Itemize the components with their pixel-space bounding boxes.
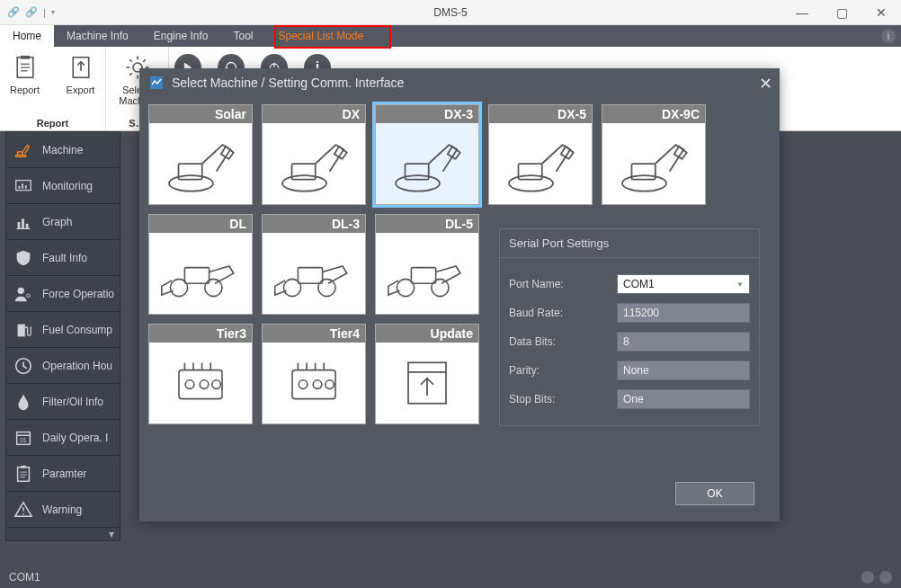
machine-tiles-row1: Solar DX DX-3 DX-5 DX-9C bbox=[148, 104, 771, 205]
tile-dl-5[interactable]: DL-5 bbox=[375, 214, 479, 315]
tile-dx-3[interactable]: DX-3 bbox=[375, 104, 479, 205]
excavator-icon bbox=[263, 123, 365, 204]
settings-title: Serial Port Settings bbox=[500, 229, 759, 258]
svg-rect-55 bbox=[298, 268, 322, 284]
tile-tier3[interactable]: Tier3 bbox=[148, 324, 253, 424]
tile-update[interactable]: Update bbox=[375, 324, 479, 424]
tile-label: DX-3 bbox=[376, 105, 478, 123]
tile-label: DX bbox=[263, 105, 365, 123]
svg-point-40 bbox=[169, 175, 213, 192]
tile-label: DL-5 bbox=[376, 215, 478, 233]
port-name-select[interactable]: COM1 ▼ bbox=[617, 274, 750, 294]
parity-value: None bbox=[623, 364, 649, 377]
wheel-loader-icon bbox=[263, 233, 365, 314]
tile-label: DX-9C bbox=[602, 105, 705, 123]
tile-label: DL bbox=[149, 215, 252, 233]
modal-overlay: Select Machine / Setting Comm. Interface… bbox=[0, 0, 901, 588]
svg-point-44 bbox=[396, 175, 440, 192]
tile-dx-5[interactable]: DX-5 bbox=[488, 104, 593, 205]
stop-bits-value: One bbox=[623, 393, 644, 405]
baud-rate-value: 115200 bbox=[623, 307, 659, 319]
chevron-down-icon: ▼ bbox=[736, 281, 744, 289]
svg-rect-45 bbox=[406, 164, 429, 180]
svg-point-64 bbox=[185, 380, 194, 389]
data-bits-value: 8 bbox=[623, 335, 629, 348]
tile-solar[interactable]: Solar bbox=[148, 104, 253, 205]
tile-tier4[interactable]: Tier4 bbox=[262, 324, 366, 424]
stop-bits-label: Stop Bits: bbox=[509, 393, 617, 405]
excavator-icon bbox=[489, 123, 592, 204]
svg-point-72 bbox=[299, 380, 308, 389]
svg-point-65 bbox=[200, 380, 209, 389]
tile-label: Update bbox=[376, 325, 478, 343]
svg-point-46 bbox=[509, 175, 553, 192]
select-machine-dialog: Select Machine / Setting Comm. Interface… bbox=[139, 68, 780, 521]
excavator-icon bbox=[149, 123, 252, 204]
svg-point-48 bbox=[622, 175, 666, 192]
parity-select[interactable]: None ▼ bbox=[617, 361, 750, 380]
dialog-title: Select Machine / Setting Comm. Interface bbox=[172, 76, 404, 90]
dialog-titlebar: Select Machine / Setting Comm. Interface… bbox=[139, 68, 780, 97]
baud-rate-select[interactable]: 115200 ▼ bbox=[617, 303, 750, 323]
dialog-app-icon bbox=[148, 75, 165, 91]
svg-rect-43 bbox=[292, 164, 316, 180]
svg-point-66 bbox=[212, 380, 221, 389]
svg-rect-58 bbox=[411, 268, 435, 284]
wheel-loader-icon bbox=[149, 233, 252, 314]
dialog-close-button[interactable]: ✕ bbox=[759, 74, 772, 94]
tile-dx-9c[interactable]: DX-9C bbox=[602, 104, 706, 205]
svg-point-73 bbox=[313, 380, 322, 389]
svg-point-74 bbox=[326, 380, 335, 389]
tile-label: DX-5 bbox=[489, 105, 592, 123]
data-bits-select[interactable]: 8 ▼ bbox=[617, 332, 750, 352]
tile-label: DL-3 bbox=[263, 215, 365, 233]
excavator-icon bbox=[376, 123, 478, 204]
svg-rect-49 bbox=[632, 164, 656, 180]
wheel-loader-icon bbox=[376, 233, 478, 314]
tile-dl[interactable]: DL bbox=[148, 214, 253, 315]
svg-rect-52 bbox=[184, 268, 209, 284]
chevron-down-icon: ▼ bbox=[736, 338, 744, 346]
stop-bits-select[interactable]: One ▼ bbox=[617, 389, 750, 409]
chevron-down-icon: ▼ bbox=[736, 396, 744, 404]
port-name-value: COM1 bbox=[623, 278, 655, 290]
data-bits-label: Data Bits: bbox=[509, 335, 617, 348]
chevron-down-icon: ▼ bbox=[736, 309, 744, 317]
excavator-icon bbox=[602, 123, 705, 204]
port-name-label: Port Name: bbox=[509, 278, 617, 290]
tile-label: Solar bbox=[149, 105, 252, 123]
tile-label: Tier4 bbox=[263, 325, 365, 343]
svg-point-42 bbox=[282, 175, 326, 192]
parity-label: Parity: bbox=[509, 364, 617, 377]
tile-dx[interactable]: DX bbox=[262, 104, 366, 205]
engine-icon bbox=[149, 343, 252, 423]
ok-button[interactable]: OK bbox=[675, 482, 754, 505]
engine-icon bbox=[263, 343, 365, 423]
svg-rect-47 bbox=[519, 164, 542, 180]
svg-rect-41 bbox=[179, 164, 202, 180]
update-icon bbox=[376, 343, 478, 423]
serial-port-settings: Serial Port Settings Port Name: COM1 ▼ B… bbox=[499, 228, 760, 426]
dialog-body: Solar DX DX-3 DX-5 DX-9C bbox=[139, 97, 780, 521]
baud-rate-label: Baud Rate: bbox=[509, 307, 617, 319]
tile-label: Tier3 bbox=[149, 325, 252, 343]
tile-dl-3[interactable]: DL-3 bbox=[262, 214, 366, 315]
chevron-down-icon: ▼ bbox=[736, 367, 744, 375]
